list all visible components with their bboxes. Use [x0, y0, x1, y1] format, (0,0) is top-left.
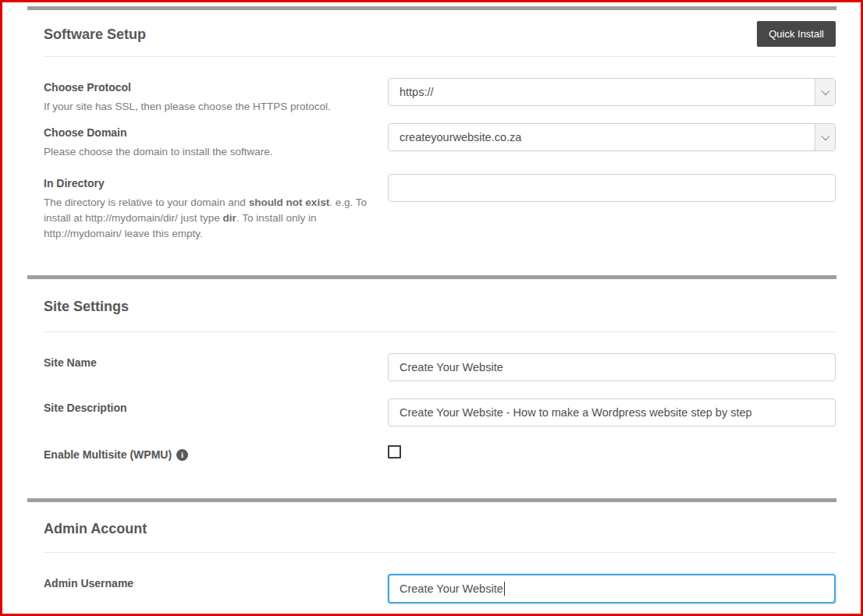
quick-install-button[interactable]: Quick Install — [757, 21, 836, 47]
directory-desc-text: The directory is relative to your domain… — [44, 196, 249, 208]
header-divider — [44, 552, 836, 553]
site-description-label: Site Description — [44, 402, 369, 414]
protocol-description: If your site has SSL, then please choose… — [44, 99, 369, 115]
protocol-selected-value: https:// — [389, 86, 434, 98]
softaculous-install-page: Software Setup Quick Install Choose Prot… — [0, 0, 863, 616]
software-setup-header: Software Setup Quick Install — [44, 21, 836, 47]
site-name-input[interactable] — [388, 353, 836, 381]
section-divider — [27, 498, 836, 502]
field-row-protocol: Choose Protocol If your site has SSL, th… — [44, 78, 836, 115]
multisite-label-wrap: Enable Multisite (WPMU) i — [44, 448, 369, 461]
site-name-label: Site Name — [44, 356, 369, 369]
field-row-multisite: Enable Multisite (WPMU) i — [44, 445, 836, 461]
domain-control-block: createyourwebsite.co.za — [388, 123, 836, 151]
admin-username-label: Admin Username — [44, 577, 369, 589]
header-divider — [44, 56, 836, 57]
site-name-label-block: Site Name — [44, 353, 388, 369]
site-description-control-block — [388, 398, 836, 427]
directory-label: In Directory — [44, 177, 369, 189]
multisite-label: Enable Multisite (WPMU) — [44, 448, 172, 461]
admin-username-value: Create Your Website — [400, 582, 503, 595]
field-row-domain: Choose Domain Please choose the domain t… — [44, 123, 836, 160]
chevron-down-icon[interactable] — [815, 124, 835, 150]
field-row-admin-username: Admin Username Create Your Website — [44, 574, 836, 604]
admin-account-header: Admin Account — [44, 519, 836, 538]
domain-description: Please choose the domain to install the … — [44, 144, 369, 160]
multisite-control-block — [388, 445, 836, 458]
software-setup-title: Software Setup — [44, 25, 146, 44]
section-divider — [27, 275, 836, 279]
protocol-label-block: Choose Protocol If your site has SSL, th… — [44, 78, 388, 115]
protocol-label: Choose Protocol — [44, 81, 369, 94]
site-description-input[interactable] — [388, 398, 836, 427]
site-description-label-block: Site Description — [44, 398, 388, 414]
admin-account-title: Admin Account — [44, 519, 147, 538]
chevron-down-icon[interactable] — [815, 79, 835, 105]
site-name-control-block — [388, 353, 836, 381]
section-divider-top — [27, 6, 836, 10]
directory-control-block — [388, 174, 836, 202]
protocol-select[interactable]: https:// — [388, 78, 836, 106]
text-cursor — [504, 582, 505, 596]
field-row-directory: In Directory The directory is relative t… — [44, 174, 836, 242]
domain-label: Choose Domain — [44, 126, 369, 139]
section-software-setup: Software Setup Quick Install Choose Prot… — [2, 21, 861, 242]
field-row-site-name: Site Name — [44, 353, 836, 381]
admin-username-input[interactable]: Create Your Website — [388, 574, 836, 604]
multisite-label-block: Enable Multisite (WPMU) i — [44, 445, 388, 461]
domain-select[interactable]: createyourwebsite.co.za — [388, 123, 836, 151]
directory-desc-bold: dir — [223, 212, 236, 224]
admin-username-control-block: Create Your Website — [388, 574, 836, 604]
directory-label-block: In Directory The directory is relative t… — [44, 174, 388, 242]
site-settings-title: Site Settings — [44, 297, 129, 316]
multisite-checkbox[interactable] — [388, 445, 401, 458]
section-site-settings: Site Settings Site Name Site Description… — [2, 297, 861, 461]
section-admin-account: Admin Account Admin Username Create Your… — [2, 519, 861, 604]
info-icon[interactable]: i — [176, 449, 188, 461]
directory-desc-bold: should not exist — [249, 196, 330, 208]
directory-input[interactable] — [388, 174, 836, 202]
protocol-control-block: https:// — [388, 78, 836, 106]
admin-username-label-block: Admin Username — [44, 574, 388, 589]
chevron-glyph — [821, 132, 829, 140]
domain-label-block: Choose Domain Please choose the domain t… — [44, 123, 388, 160]
chevron-glyph — [821, 87, 829, 95]
site-settings-header: Site Settings — [44, 297, 836, 316]
header-divider — [44, 331, 836, 332]
domain-selected-value: createyourwebsite.co.za — [389, 131, 521, 143]
field-row-site-description: Site Description — [44, 398, 836, 427]
directory-description: The directory is relative to your domain… — [44, 195, 369, 242]
